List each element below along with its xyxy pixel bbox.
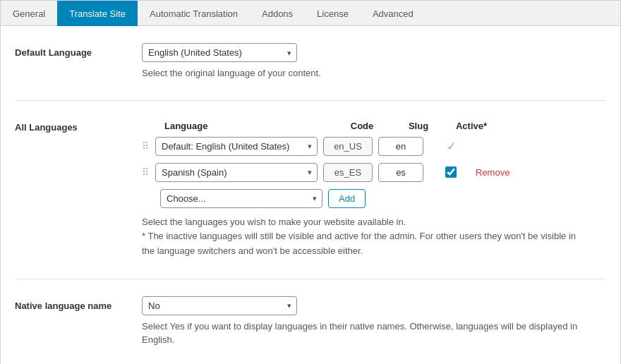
remove-button-2[interactable]: Remove [476,167,510,178]
default-language-label: Default Language [15,43,142,80]
language-select-2[interactable]: Spanish (Spain) [155,163,318,182]
all-languages-section: All Languages Language Code Slug Active*… [15,118,606,259]
tab-advanced[interactable]: Advanced [361,1,426,26]
active-checkbox-wrap-2[interactable] [433,166,469,178]
drag-handle-icon[interactable]: ⠿ [142,166,150,178]
native-language-select[interactable]: No Yes [142,296,297,315]
native-language-section: Native language name No Yes Select Yes i… [15,296,606,347]
table-row: ⠿ Spanish (Spain) Remove [142,163,606,182]
settings-container: General Translate Site Automatic Transla… [0,0,621,364]
tabs-bar: General Translate Site Automatic Transla… [1,1,620,26]
col-header-code: Code [334,121,390,131]
tab-content: Default Language English (United States)… [1,26,620,364]
tab-license[interactable]: License [305,1,361,26]
divider-2 [15,279,606,279]
add-language-button[interactable]: Add [328,189,366,208]
default-language-help: Select the original language of your con… [142,66,606,80]
col-header-slug: Slug [390,121,447,131]
all-languages-body: Language Code Slug Active* ⠿ Default: En… [142,118,606,259]
active-check-icon-1: ✓ [433,140,469,153]
active-checkbox-2[interactable] [445,166,457,178]
tab-general[interactable]: General [1,1,57,26]
native-language-dropdown-wrap[interactable]: No Yes [142,296,297,315]
col-header-language: Language [164,121,334,131]
native-language-help: Select Yes if you want to display langua… [142,320,606,347]
tab-addons[interactable]: Addons [250,1,305,26]
table-row: ⠿ Default: English (United States) ✓ [142,137,606,156]
native-language-label: Native language name [15,296,142,347]
slug-input-1[interactable] [378,137,423,156]
language-select-wrap-2[interactable]: Spanish (Spain) [155,163,318,182]
default-language-dropdown-wrap[interactable]: English (United States) [142,43,297,62]
language-select-1[interactable]: Default: English (United States) [155,137,318,156]
add-language-row: Choose... Add [142,189,606,208]
tab-automatic-translation[interactable]: Automatic Translation [138,1,250,26]
choose-language-select[interactable]: Choose... [160,189,322,208]
tab-translate-site[interactable]: Translate Site [57,1,138,26]
default-language-select[interactable]: English (United States) [142,43,297,62]
language-select-wrap-1[interactable]: Default: English (United States) [155,137,318,156]
native-language-body: No Yes Select Yes if you want to display… [142,296,606,347]
code-input-2 [323,163,373,182]
slug-input-2[interactable] [378,163,423,182]
default-language-section: Default Language English (United States)… [15,43,606,80]
divider-1 [15,100,606,101]
choose-language-wrap[interactable]: Choose... [160,189,322,208]
all-languages-label: All Languages [15,118,142,259]
lang-table-header: Language Code Slug Active* [142,118,606,137]
drag-handle-icon[interactable]: ⠿ [142,140,150,152]
code-input-1 [323,137,373,156]
languages-note: Select the languages you wish to make yo… [142,215,579,259]
default-language-body: English (United States) Select the origi… [142,43,606,80]
note-line-1: Select the languages you wish to make yo… [142,217,406,227]
note-line-2: * The inactive languages will still be v… [142,231,576,256]
col-header-active: Active* [447,121,496,131]
